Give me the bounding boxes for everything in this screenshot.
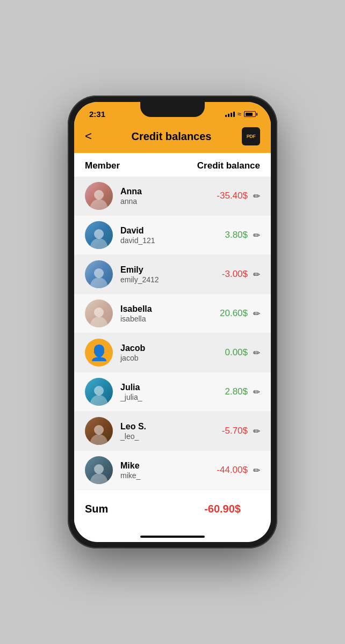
signal-icon — [225, 112, 235, 117]
sum-amount: -60.90$ — [204, 503, 241, 515]
app-header: < Credit balances PDF — [74, 122, 271, 153]
member-name-mike: Mike — [120, 461, 210, 471]
member-name-jacob: Jacob — [120, 343, 210, 353]
member-name-leo: Leo S. — [120, 422, 210, 431]
avatar-mike — [85, 456, 113, 484]
wifi-icon: ≈ — [238, 110, 241, 118]
balance-section-emily: -3.00$ ✏ — [210, 269, 260, 280]
back-button[interactable]: < — [85, 129, 101, 143]
status-time: 2:31 — [89, 109, 105, 119]
notch — [140, 102, 205, 117]
edit-button-isabella[interactable]: ✏ — [253, 309, 260, 319]
member-username-anna: anna — [120, 197, 210, 206]
sum-label: Sum — [85, 503, 108, 515]
member-info-emily: Emily emily_2412 — [113, 265, 210, 284]
phone-frame: 2:31 ≈ < Credit balances PDF — [68, 96, 277, 548]
pdf-label: PDF — [247, 134, 256, 139]
avatar-emily — [85, 260, 113, 288]
home-bar — [140, 536, 205, 538]
sum-row: Sum -60.90$ — [74, 492, 271, 526]
avatar-leo — [85, 417, 113, 445]
member-info-anna: Anna anna — [113, 187, 210, 206]
table-header: Member Credit balance — [74, 153, 271, 177]
balance-section-jacob: 0.00$ ✏ — [210, 347, 260, 358]
avatar-isabella — [85, 299, 113, 327]
balance-amount-leo: -5.70$ — [210, 426, 248, 436]
member-username-jacob: jacob — [120, 354, 210, 362]
balance-section-david: 3.80$ ✏ — [210, 230, 260, 240]
member-row: Emily emily_2412 -3.00$ ✏ — [74, 255, 271, 294]
member-info-jacob: Jacob jacob — [113, 343, 210, 362]
balance-amount-isabella: 20.60$ — [210, 308, 248, 319]
member-name-anna: Anna — [120, 187, 210, 196]
edit-button-anna[interactable]: ✏ — [253, 191, 260, 201]
member-username-emily: emily_2412 — [120, 275, 210, 284]
member-name-david: David — [120, 226, 210, 236]
member-info-mike: Mike mike_ — [113, 461, 210, 480]
avatar-david — [85, 221, 113, 249]
edit-button-emily[interactable]: ✏ — [253, 269, 260, 280]
page-title: Credit balances — [132, 130, 212, 143]
home-indicator — [74, 536, 271, 542]
balance-amount-julia: 2.80$ — [210, 386, 248, 397]
balance-section-julia: 2.80$ ✏ — [210, 386, 260, 397]
member-row: David david_121 3.80$ ✏ — [74, 216, 271, 255]
avatar-julia — [85, 378, 113, 406]
pdf-button[interactable]: PDF — [242, 127, 260, 145]
member-name-isabella: Isabella — [120, 304, 210, 314]
battery-icon — [244, 111, 256, 117]
member-row: Anna anna -35.40$ ✏ — [74, 177, 271, 216]
person-icon: 👤 — [90, 344, 109, 362]
member-row: Isabella isabella 20.60$ ✏ — [74, 294, 271, 333]
member-username-david: david_121 — [120, 236, 210, 245]
balance-section-leo: -5.70$ ✏ — [210, 426, 260, 436]
balance-amount-mike: -44.00$ — [210, 465, 248, 475]
member-name-julia: Julia — [120, 383, 210, 392]
balance-column-header: Credit balance — [197, 160, 260, 171]
balance-amount-emily: -3.00$ — [210, 269, 248, 280]
content-area: Member Credit balance Anna anna -35.40$ … — [74, 153, 271, 536]
balance-amount-david: 3.80$ — [210, 230, 248, 240]
member-username-mike: mike_ — [120, 471, 210, 480]
edit-button-leo[interactable]: ✏ — [253, 426, 260, 436]
member-info-leo: Leo S. _leo_ — [113, 422, 210, 441]
status-icons: ≈ — [225, 110, 256, 118]
avatar-anna — [85, 182, 113, 210]
edit-button-mike[interactable]: ✏ — [253, 465, 260, 475]
member-username-isabella: isabella — [120, 314, 210, 323]
edit-button-david[interactable]: ✏ — [253, 230, 260, 240]
member-username-julia: _julia_ — [120, 393, 210, 401]
member-username-leo: _leo_ — [120, 432, 210, 441]
balance-section-mike: -44.00$ ✏ — [210, 465, 260, 475]
phone-screen: 2:31 ≈ < Credit balances PDF — [74, 102, 271, 542]
balance-section-anna: -35.40$ ✏ — [210, 191, 260, 201]
avatar-placeholder: 👤 — [85, 339, 113, 367]
member-row: Mike mike_ -44.00$ ✏ — [74, 451, 271, 490]
member-info-david: David david_121 — [113, 226, 210, 245]
member-name-emily: Emily — [120, 265, 210, 275]
member-row: Julia _julia_ 2.80$ ✏ — [74, 372, 271, 412]
member-info-isabella: Isabella isabella — [113, 304, 210, 323]
member-column-header: Member — [85, 160, 120, 171]
balance-amount-jacob: 0.00$ — [210, 347, 248, 358]
member-row: Leo S. _leo_ -5.70$ ✏ — [74, 412, 271, 451]
member-info-julia: Julia _julia_ — [113, 383, 210, 401]
edit-button-jacob[interactable]: ✏ — [253, 348, 260, 358]
balance-section-isabella: 20.60$ ✏ — [210, 308, 260, 319]
members-list: Anna anna -35.40$ ✏ David david_121 3.80… — [74, 177, 271, 490]
edit-button-julia[interactable]: ✏ — [253, 387, 260, 397]
balance-amount-anna: -35.40$ — [210, 191, 248, 201]
member-row: 👤 Jacob jacob 0.00$ ✏ — [74, 333, 271, 372]
